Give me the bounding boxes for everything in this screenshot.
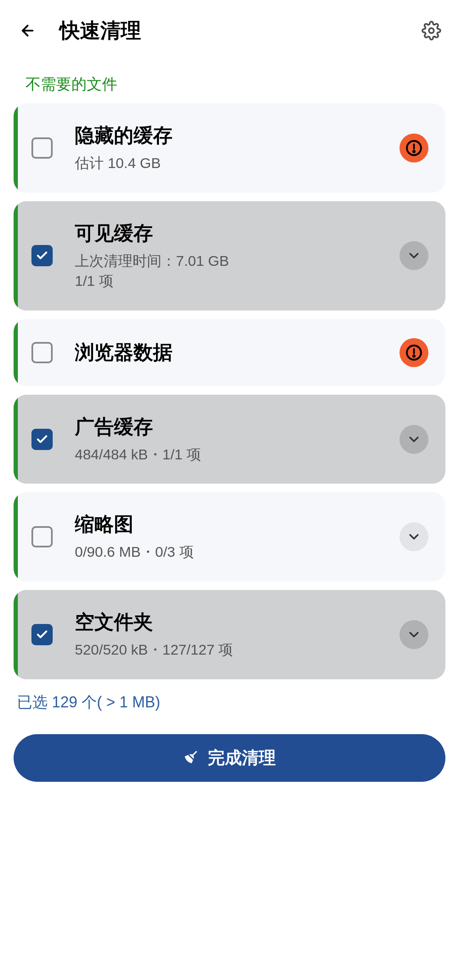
card-hidden-cache[interactable]: 隐藏的缓存 估计 10.4 GB — [14, 103, 445, 193]
card-thumbnails[interactable]: 缩略图 0/90.6 MB・0/3 项 — [14, 492, 445, 581]
svg-point-4 — [413, 151, 414, 152]
card-empty-folders[interactable]: 空文件夹 520/520 kB・127/127 项 — [14, 590, 445, 679]
page-title: 快速清理 — [60, 17, 400, 44]
card-stripe — [14, 103, 18, 193]
card-visible-cache[interactable]: 可见缓存 上次清理时间：7.01 GB 1/1 项 — [14, 201, 445, 311]
card-title: 可见缓存 — [75, 220, 400, 247]
card-title: 空文件夹 — [75, 609, 400, 635]
gear-icon[interactable] — [421, 20, 442, 41]
section-label: 不需要的文件 — [0, 61, 459, 103]
card-list: 隐藏的缓存 估计 10.4 GB 可见缓存 上次清理时间：7.01 GB 1/1… — [0, 103, 459, 679]
card-title: 隐藏的缓存 — [75, 122, 400, 149]
card-subtitle: 484/484 kB・1/1 项 — [75, 444, 400, 465]
card-title: 浏览器数据 — [75, 339, 400, 366]
chevron-down-icon[interactable] — [400, 241, 428, 270]
card-content: 缩略图 0/90.6 MB・0/3 项 — [75, 511, 400, 562]
chevron-down-icon[interactable] — [400, 425, 428, 454]
card-subtitle: 上次清理时间：7.01 GB 1/1 项 — [75, 251, 400, 291]
card-content: 隐藏的缓存 估计 10.4 GB — [75, 122, 400, 174]
header: 快速清理 — [0, 0, 459, 61]
checkbox-thumbnails[interactable] — [31, 526, 53, 547]
checkbox-browser-data[interactable] — [31, 342, 53, 363]
card-title: 缩略图 — [75, 511, 400, 538]
checkbox-hidden-cache[interactable] — [31, 137, 53, 159]
card-content: 广告缓存 484/484 kB・1/1 项 — [75, 414, 400, 465]
back-icon[interactable] — [17, 20, 38, 41]
card-stripe — [14, 492, 18, 581]
chevron-down-icon[interactable] — [400, 620, 428, 649]
card-subtitle: 520/520 kB・127/127 项 — [75, 640, 400, 660]
card-subtitle: 估计 10.4 GB — [75, 153, 400, 174]
svg-point-1 — [429, 28, 434, 33]
card-subtitle: 0/90.6 MB・0/3 项 — [75, 542, 400, 562]
card-content: 可见缓存 上次清理时间：7.01 GB 1/1 项 — [75, 220, 400, 291]
checkbox-ad-cache[interactable] — [31, 429, 53, 450]
card-stripe — [14, 590, 18, 679]
alert-icon[interactable] — [400, 338, 428, 367]
chevron-down-icon[interactable] — [400, 522, 428, 551]
card-stripe — [14, 319, 18, 386]
card-title: 广告缓存 — [75, 414, 400, 440]
card-content: 空文件夹 520/520 kB・127/127 项 — [75, 609, 400, 660]
checkbox-visible-cache[interactable] — [31, 245, 53, 266]
card-browser-data[interactable]: 浏览器数据 — [14, 319, 445, 386]
checkbox-empty-folders[interactable] — [31, 624, 53, 645]
card-stripe — [14, 201, 18, 311]
complete-button-label: 完成清理 — [208, 746, 276, 769]
svg-point-7 — [413, 355, 414, 356]
complete-button[interactable]: 完成清理 — [14, 734, 445, 782]
card-ad-cache[interactable]: 广告缓存 484/484 kB・1/1 项 — [14, 395, 445, 484]
card-content: 浏览器数据 — [75, 339, 400, 366]
selection-summary: 已选 129 个( > 1 MB) — [0, 679, 459, 726]
broom-icon — [183, 749, 199, 767]
card-stripe — [14, 395, 18, 484]
alert-icon[interactable] — [400, 134, 428, 162]
